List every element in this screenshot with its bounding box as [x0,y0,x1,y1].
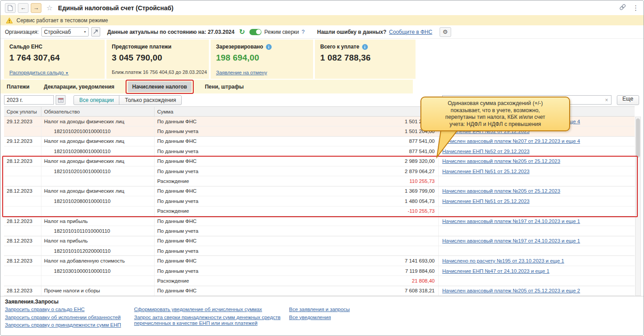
footer-links-col2: Сформировать уведомление об исчисленных … [134,307,285,328]
more-menu-icon[interactable]: ⋮ [632,4,639,12]
table-row[interactable]: 18210102080010000110По данным учета877 5… [4,146,635,156]
footer-link[interactable]: Все уведомления [289,315,350,321]
form-icon-button[interactable] [5,3,16,13]
vertical-scrollbar[interactable] [635,117,641,296]
column-due-date[interactable]: Срок уплаты [4,107,41,116]
due-date-cell [4,246,41,255]
reconciliation-toggle[interactable] [249,29,261,35]
table-row[interactable]: 18210102010010000110По данным учета2 879… [4,166,635,176]
column-obligation[interactable]: Обязательство [41,107,155,116]
due-date-cell [4,266,41,275]
kbk-cell: 18210102010010000110 [41,166,155,176]
page-title: Единый налоговый счет (Стройснаб) [58,4,173,12]
table-row[interactable]: 28.12.2023Налог на добавленную стоимость… [4,256,635,266]
amount-cell: По данным ФНС [155,216,439,226]
footer-link[interactable]: Все заявления и запросы [289,307,350,313]
data-source-label: По данным учета [157,228,198,234]
documents-cell: Начислен авансовый платеж №207 от 29.12.… [439,137,635,146]
table-row[interactable]: 18210101011010000110По данным учета [4,226,635,236]
report-to-fns-link[interactable]: Сообщите в ФНС [389,29,432,35]
callout-text: Одинаковая сумма расхождений (+/-) показ… [437,100,554,128]
table-row[interactable]: 28.12.2023Налог на доходы физических лиц… [4,186,635,196]
amount-cell: По данным учета [155,226,439,235]
cancel-application-link[interactable]: Заявление на отмену [216,70,267,75]
due-date-cell: 28.12.2023 [4,236,41,246]
table-row[interactable]: 29.12.2023Налог на доходы физических лиц… [4,137,635,146]
actuality-date: 27.03.2024 [208,29,234,35]
tab-tax-accrual[interactable]: Начисление налогов [128,81,192,92]
tab-payments[interactable]: Платежи [6,81,30,92]
help-question-link[interactable]: ? [302,29,305,35]
kbk-cell: 18210101012020000110 [41,246,155,255]
amount-value: 7 119 884,60 [405,268,435,274]
all-operations-button[interactable]: Все операции [73,95,119,105]
requests-section: Заявления.Запросы Запросить справку о са… [0,296,644,336]
document-link[interactable]: Начисление ЕНП №52 от 29.12.2023 [442,149,530,154]
obligation-cell: Прочие налоги и сборы [41,286,155,296]
table-row[interactable]: Расхождение110 255,73 [4,176,635,186]
due-date-cell [4,206,41,216]
document-link[interactable]: Начислен авансовый платеж №197 от 24.10.… [442,219,580,224]
table-row[interactable]: 18210101012020000110По данным учета [4,246,635,256]
amount-cell: По данным учета7 119 884,60 [155,266,439,275]
document-link[interactable]: Начисление ЕНП №51 от 25.12.2023 [442,169,530,174]
footer-link[interactable]: Запрос акта сверки принадлежности сумм д… [134,315,285,327]
column-sum[interactable]: Сумма [155,107,439,116]
scrollbar-thumb[interactable] [636,118,640,158]
document-link[interactable]: Начислен авансовый платеж №207 от 29.12.… [442,138,580,144]
table-row[interactable]: 28.12.2023Налог на доходы физических лиц… [4,157,635,166]
card-total-title: Всего к уплате [320,44,359,50]
more-button[interactable]: Еще [617,95,639,105]
settings-button[interactable]: ⚙ [440,27,451,37]
document-link[interactable]: Начислен авансовый платеж №197 от 24.10.… [442,238,580,243]
amount-value: 7 141 693,00 [405,258,435,263]
data-source-label: Расхождение [157,208,189,214]
table-row[interactable]: 28.12.2023Налог на прибыльПо данным ФНСН… [4,216,635,226]
info-icon[interactable]: i [362,44,368,50]
amount-value: 877 541,00 [409,138,435,144]
data-source-label: По данным учета [157,198,198,204]
open-organization-button[interactable] [91,27,100,36]
table-row[interactable]: Расхождение21 808,40 [4,276,635,286]
period-input[interactable]: 2023 г. [4,95,54,105]
amount-cell: По данным учета1 480 054,73 [155,196,439,206]
table-row[interactable]: 28.12.2023Налог на прибыльПо данным ФНСН… [4,236,635,246]
only-differences-button[interactable]: Только расхождения [119,95,182,105]
amount-cell: По данным ФНС2 989 320,00 [155,157,439,166]
documents-cell: Начислен авансовый платеж №205 от 25.12.… [439,186,635,196]
back-button[interactable]: ← [18,3,29,13]
refresh-button[interactable]: ↻ [237,27,247,37]
documents-cell: Начисление ЕНП №51 от 25.12.2023 [439,196,635,206]
footer-link[interactable]: Запросить справку об исполнении обязанно… [5,315,130,321]
data-source-label: По данным учета [157,268,198,274]
document-link[interactable]: Начислено по расчету №195 от 23.10.2023 … [442,258,564,263]
info-icon[interactable]: i [266,44,272,50]
get-link-icon[interactable] [619,4,626,12]
favorite-star-icon[interactable]: ☆ [46,4,53,12]
tab-penalties[interactable]: Пени, штрафы [204,81,245,92]
document-link[interactable]: Начислен авансовый платеж №205 от 25.12.… [442,158,560,164]
calendar-button[interactable] [56,95,65,105]
tab-declarations[interactable]: Декларации, уведомления [43,81,115,92]
document-link[interactable]: Начислен авансовый платеж №205 от 25.12.… [442,288,580,293]
footer-link[interactable]: Сформировать уведомление об исчисленных … [134,307,285,313]
table-row[interactable]: Расхождение-110 255,73 [4,206,635,216]
table-row[interactable]: 18210301000010000110По данным учета7 119… [4,266,635,276]
due-date-cell: 29.12.2023 [4,137,41,146]
document-link[interactable]: Начислен авансовый платеж №205 от 25.12.… [442,188,560,194]
dispose-balance-link[interactable]: Распорядиться сальдо ▼ [9,70,69,75]
document-link[interactable]: Начисление ЕНП №51 от 25.12.2023 [442,198,530,204]
table-row[interactable]: 28.12.2023Прочие налоги и сборыПо данным… [4,286,635,296]
clear-search-icon[interactable]: × [605,97,608,103]
due-date-cell [4,226,41,235]
documents-cell [439,176,635,186]
due-date-cell: 28.12.2023 [4,286,41,296]
organization-select[interactable]: Стройснаб ▾ [41,27,89,36]
table-row[interactable]: 18210102080010000110По данным учета1 480… [4,196,635,206]
footer-link[interactable]: Запросить справку о принадлежности сумм … [5,322,130,328]
due-date-cell [4,146,41,156]
due-date-cell [4,276,41,285]
forward-button[interactable]: → [31,3,41,13]
footer-link[interactable]: Запросить справку о сальдо ЕНС [5,307,130,313]
document-link[interactable]: Начисление ЕНП №47 от 24.10.2023 и еще 1 [442,268,550,274]
